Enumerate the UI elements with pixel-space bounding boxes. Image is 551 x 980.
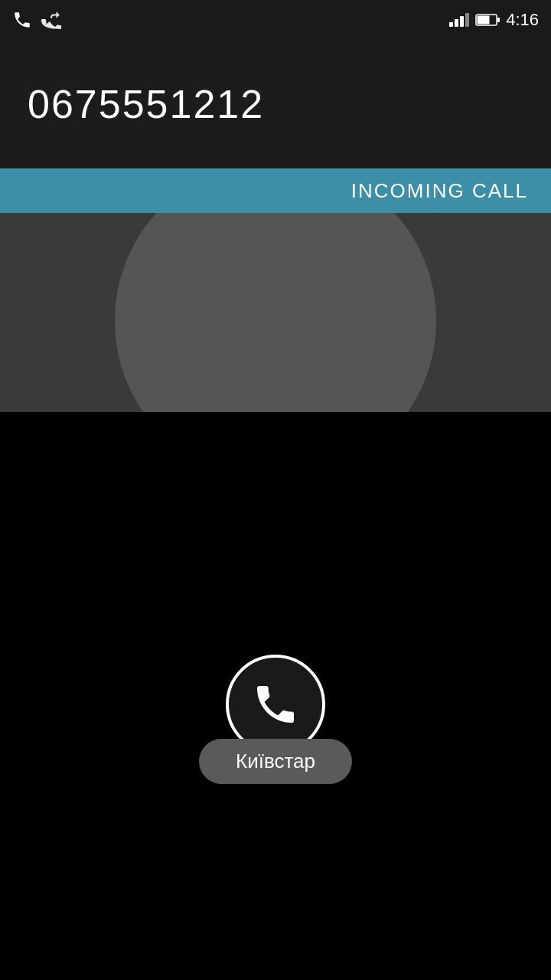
status-bar: 4:16 [0,0,551,40]
answer-phone-icon [251,680,300,729]
call-forwarding-icon [41,10,61,30]
battery-icon [475,13,500,27]
phone-icon [12,10,32,30]
incoming-call-label: INCOMING CALL [351,179,528,203]
call-controls-area: Київстар [0,412,551,980]
svg-rect-2 [478,16,490,24]
status-time: 4:16 [506,10,539,30]
caller-phone-number: 0675551212 [28,81,264,127]
svg-rect-1 [497,18,500,22]
operator-label: Київстар [199,739,352,784]
answer-button-container: Київстар [199,655,352,784]
status-bar-right: 4:16 [449,10,539,30]
phone-number-area: 0675551212 [0,40,551,168]
status-bar-left [12,10,61,30]
signal-bars-icon [449,13,469,27]
incoming-call-banner: INCOMING CALL [0,168,551,213]
operator-label-container: Київстар [199,739,352,784]
